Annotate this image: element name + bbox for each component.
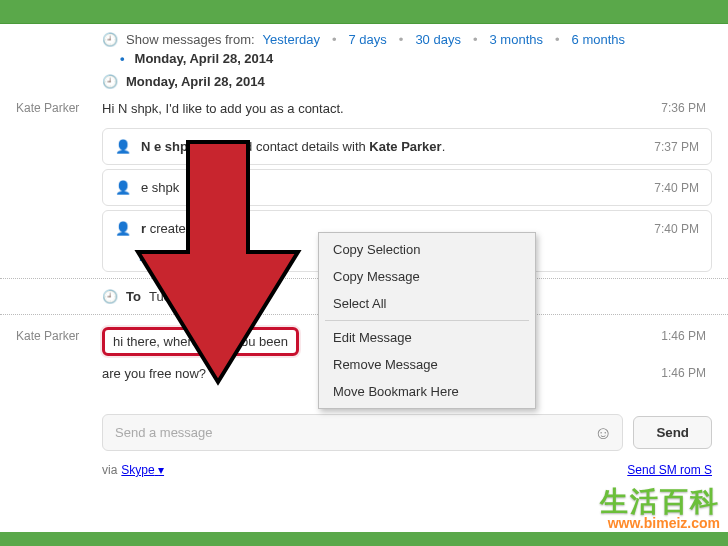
date-header: Monday, April 28, 2014	[126, 74, 265, 89]
separator-dot: •	[332, 32, 337, 47]
filter-3months[interactable]: 3 months	[490, 32, 543, 47]
compose-input[interactable]: Send a message ☺	[102, 414, 623, 451]
separator-dot: •	[473, 32, 478, 47]
person-icon: 👤	[115, 180, 131, 195]
message-row: Kate Parker Hi N shpk, I'd like to add y…	[0, 93, 728, 124]
menu-copy-message[interactable]: Copy Message	[319, 263, 535, 290]
filter-6months[interactable]: 6 months	[572, 32, 625, 47]
message-time: 7:36 PM	[642, 99, 712, 118]
chevron-down-icon: ▾	[158, 463, 164, 477]
message-text[interactable]: Hi N shpk, I'd like to add you as a cont…	[102, 99, 642, 118]
system-text: e shpk	[141, 180, 179, 195]
separator-dot: •	[399, 32, 404, 47]
filter-yesterday[interactable]: Yesterday	[263, 32, 320, 47]
system-text: N e shphas shared contact details with K…	[141, 139, 445, 154]
menu-move-bookmark[interactable]: Move Bookmark Here	[319, 378, 535, 405]
person-icon: 👤	[115, 221, 131, 236]
separator-dot: •	[555, 32, 560, 47]
clock-icon: 🕘	[102, 289, 118, 304]
menu-divider	[325, 320, 529, 321]
system-confirmation: 👤 e shpk 7:40 PM	[102, 169, 712, 206]
clock-icon: 🕘	[102, 32, 118, 47]
sender-name	[16, 364, 102, 383]
compose-placeholder: Send a message	[115, 425, 213, 440]
today-label: To	[126, 289, 141, 304]
message-time: 7:40 PM	[654, 222, 699, 236]
watermark: 生活百科 www.bimeiz.com	[600, 488, 720, 530]
person-icon: 👤	[115, 139, 131, 154]
menu-select-all[interactable]: Select All	[319, 290, 535, 317]
via-row: via Skype ▾ Send SM rom S	[0, 457, 728, 489]
clock-icon: 🕘	[102, 74, 118, 89]
message-time: 7:37 PM	[654, 140, 699, 154]
top-app-bar	[0, 0, 728, 24]
date-header-row: 🕘 Monday, April 28, 2014	[0, 66, 728, 93]
sender-name: Kate Parker	[16, 327, 102, 356]
filter-30days[interactable]: 30 days	[415, 32, 461, 47]
filter-7days[interactable]: 7 days	[349, 32, 387, 47]
send-sms-link[interactable]: Send SM rom S	[627, 463, 712, 477]
system-contact-shared: 👤 N e shphas shared contact details with…	[102, 128, 712, 165]
today-date: Tuesday, March 24,	[149, 289, 262, 304]
send-button[interactable]: Send	[633, 416, 712, 449]
selected-filter-date: Monday, April 28, 2014	[0, 51, 728, 66]
watermark-text: 生活百科	[600, 488, 720, 516]
context-menu: Copy Selection Copy Message Select All E…	[318, 232, 536, 409]
system-text: r created a gro	[141, 221, 226, 236]
sender-name: Kate Parker	[16, 99, 102, 118]
message-time: 1:46 PM	[642, 327, 712, 356]
message-time: 7:40 PM	[654, 181, 699, 195]
highlighted-message[interactable]: hi there, where have you been	[102, 327, 299, 356]
via-method-dropdown[interactable]: Skype ▾	[121, 463, 164, 477]
message-time: 1:46 PM	[642, 364, 712, 383]
menu-edit-message[interactable]: Edit Message	[319, 324, 535, 351]
watermark-url: www.bimeiz.com	[600, 516, 720, 530]
compose-row: Send a message ☺ Send	[0, 404, 728, 457]
via-label: via	[102, 463, 117, 477]
filter-label: Show messages from:	[126, 32, 255, 47]
menu-remove-message[interactable]: Remove Message	[319, 351, 535, 378]
emoji-button[interactable]: ☺	[594, 422, 612, 443]
menu-copy-selection[interactable]: Copy Selection	[319, 236, 535, 263]
message-filter-row: 🕘 Show messages from: Yesterday • 7 days…	[0, 24, 728, 51]
bottom-app-bar	[0, 532, 728, 546]
